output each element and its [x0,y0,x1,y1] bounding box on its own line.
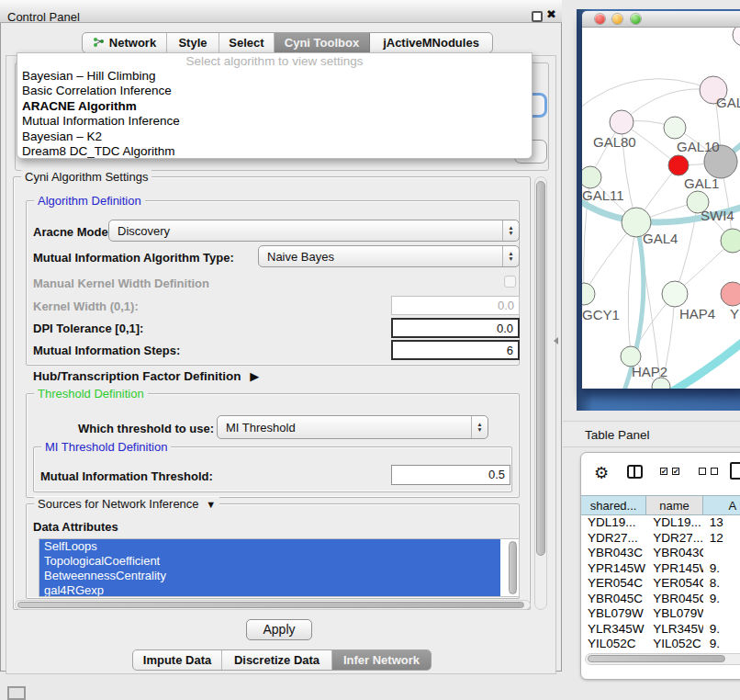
select-all-checkbox-icon[interactable]: ✔ [672,468,679,475]
minimized-window-icon[interactable] [7,686,26,700]
zoom-traffic-light-icon[interactable] [631,14,641,24]
data-attributes-list[interactable]: SelfLoopsTopologicalCoefficientBetweenne… [39,538,520,597]
network-node-GAL10[interactable] [664,117,686,139]
table-cell: YDR27... [581,531,646,547]
algorithm-option[interactable]: Bayesian – Hill Climbing [17,69,532,84]
combobox-stepper-icon[interactable]: ▲▼ [502,246,519,266]
table-row[interactable]: YDR27...YDR27...12 [581,531,740,547]
network-node-label: GAL1 [684,175,719,191]
deselect-checkbox-icon[interactable] [711,468,718,475]
table-row[interactable]: YER054CYER054C8. [581,576,740,592]
algorithm-option[interactable]: ARACNE Algorithm [17,99,532,114]
table-row[interactable]: YPR145WYPR145W9. [581,561,740,577]
table-column-header[interactable]: shared... [581,495,646,515]
tab-infer-network[interactable]: Infer Network [332,650,431,670]
network-node-HAP4[interactable] [662,281,688,307]
splitter-handle-icon[interactable] [554,337,558,344]
network-node-GAL80[interactable] [610,110,633,134]
settings-vertical-scrollbar[interactable] [534,176,547,610]
table-cell: YIL052C [646,637,702,649]
table-panel-titlebar[interactable]: Table Panel [563,421,740,447]
network-node-GAL1[interactable] [668,155,689,175]
algorithm-option[interactable]: Dream8 DC_TDC Algorithm [17,144,532,159]
settings-horizontal-scrollbar[interactable] [15,600,531,610]
mi-type-combobox[interactable]: Naive Bayes ▲▼ [258,245,520,267]
network-graph[interactable]: GAL7GAL80GAL10GAL1GAL11SWI4GAL4GCY1HAP4Y… [582,28,740,389]
tab-select[interactable]: Select [219,33,275,52]
tab-network[interactable]: Network [83,33,167,52]
algorithm-option[interactable]: Bayesian – K2 [17,130,532,144]
expand-down-icon[interactable]: ▼ [206,499,216,510]
aracne-mode-combobox[interactable]: Discovery ▲▼ [108,220,520,242]
kernel-width-label: Kernel Width (0,1): [33,299,139,313]
mi-steps-label: Mutual Information Steps: [33,344,180,357]
combobox-stepper-icon[interactable]: ▲▼ [471,416,488,438]
table-cell: YIL052C [581,637,646,649]
table-row[interactable]: YBR045CYBR045C9. [581,592,740,607]
tab-jactivemnodules[interactable]: jActiveMNodules [370,33,492,52]
dpi-tolerance-field[interactable]: 0.0 [391,318,520,338]
close-traffic-light-icon[interactable] [595,14,605,24]
settings-horizontal-scrollbar-thumb[interactable] [17,602,524,608]
gear-icon[interactable]: ⚙ [594,463,609,483]
network-edge[interactable] [622,89,713,122]
settings-vertical-scrollbar-thumb[interactable] [536,181,545,556]
mi-type-label: Mutual Information Algorithm Type: [33,251,234,265]
table-cell: YBL079W [646,606,702,622]
attribute-list-item[interactable]: BetweennessCentrality [39,569,500,583]
table-column-header[interactable]: name [646,495,702,515]
table-horizontal-scrollbar-thumb[interactable] [588,655,725,662]
table-row[interactable]: YIL052CYIL052C9. [581,637,740,649]
table-row[interactable]: YBR043CYBR043C [581,546,740,561]
expand-right-icon[interactable]: ▶ [250,369,259,383]
network-edge[interactable] [628,222,636,356]
table-row[interactable]: YLR345WYLR345W9. [581,622,740,638]
network-node-node-green-right[interactable] [721,229,740,253]
tab-discretize-data[interactable]: Discretize Data [222,650,332,670]
combobox-stepper-icon[interactable]: ▲▼ [502,220,519,241]
algorithm-definition-title: Algorithm Definition [34,194,145,208]
network-node-label: GCY1 [582,307,620,322]
which-threshold-combobox[interactable]: MI Threshold ▲▼ [217,415,488,439]
algorithm-option[interactable]: Basic Correlation Inference [17,84,532,98]
network-node-label: GAL7 [716,95,740,110]
hub-definition-expander[interactable]: Hub/Transcription Factor Definition ▶ [33,369,259,383]
table-file-icon[interactable] [730,462,740,480]
table-cell: YER054C [646,576,702,592]
minimize-traffic-light-icon[interactable] [612,14,622,24]
tab-style[interactable]: Style [167,33,219,52]
select-all-checkbox-icon[interactable]: ✔ [660,468,667,475]
attribute-list-item[interactable]: gal4RGexp [39,583,500,597]
network-node-GAL11[interactable] [582,166,601,188]
attributes-list-scrollbar[interactable] [509,541,517,594]
table-column-header[interactable]: A [703,495,740,515]
table-row[interactable]: YDL19...YDL19...13 [581,515,740,531]
mi-threshold-field[interactable]: 0.5 [391,465,510,485]
network-node-node-salmon[interactable] [721,282,740,306]
manual-kernel-checkbox[interactable] [504,276,516,288]
network-edge[interactable] [669,334,740,389]
deselect-checkbox-icon[interactable] [699,468,706,475]
tab-impute-data[interactable]: Impute Data [133,650,222,670]
network-window-titlebar[interactable] [582,11,740,28]
network-view-window[interactable]: GAL7GAL80GAL10GAL1GAL11SWI4GAL4GCY1HAP4Y… [582,11,740,389]
mi-steps-field[interactable]: 6 [391,340,520,360]
table-cell: 9. [703,637,740,649]
attribute-list-item[interactable]: SelfLoops [39,539,500,554]
attribute-list-item[interactable]: TopologicalCoefficient [39,554,500,569]
close-icon[interactable]: ✖ [546,7,556,21]
network-node-node-top-right[interactable] [733,28,740,46]
apply-button[interactable]: Apply [246,619,312,640]
tab-cyni-toolbox[interactable]: Cyni Toolbox [275,33,370,52]
float-window-icon[interactable] [532,11,543,22]
column-layout-icon[interactable] [627,465,643,479]
table-horizontal-scrollbar[interactable] [585,653,740,665]
table-row[interactable]: YBL079WYBL079W [581,606,740,622]
kernel-width-field[interactable]: 0.0 [391,296,520,315]
settings-group-title: Cyni Algorithm Settings [21,170,151,184]
network-canvas[interactable]: GAL7GAL80GAL10GAL1GAL11SWI4GAL4GCY1HAP4Y… [582,28,740,389]
control-panel-titlebar[interactable] [0,0,562,23]
network-edge[interactable] [582,79,713,110]
network-node-GCY1[interactable] [582,283,595,305]
algorithm-option[interactable]: Mutual Information Inference [17,114,532,129]
